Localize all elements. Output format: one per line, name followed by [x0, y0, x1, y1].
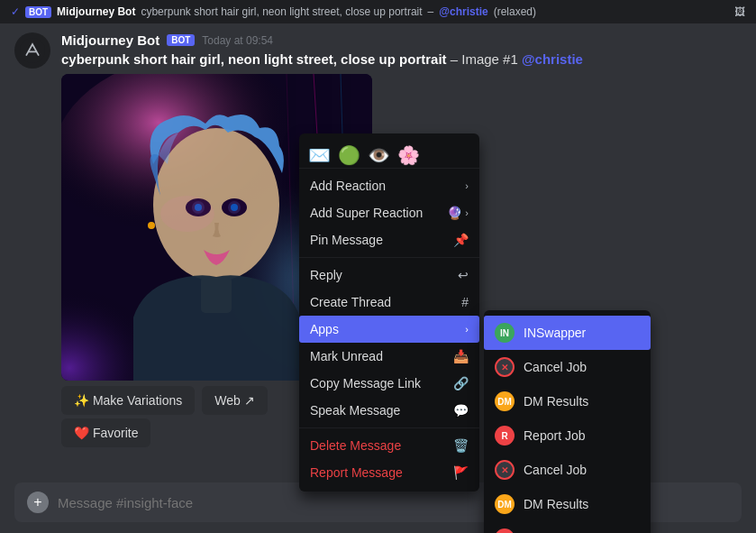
chevron-right-apps-icon: ›: [465, 324, 469, 335]
top-username: Midjourney Bot: [57, 5, 135, 18]
menu-delete-message[interactable]: Delete Message 🗑️: [299, 432, 479, 459]
message-suffix: – Image #1: [451, 51, 522, 67]
submenu-dm-results-2-label: DM Results: [524, 497, 588, 511]
menu-create-thread[interactable]: Create Thread #: [299, 289, 479, 316]
menu-mark-unread[interactable]: Mark Unread 📥: [299, 343, 479, 370]
menu-pin-message[interactable]: Pin Message 📌: [299, 226, 479, 253]
dm-results-avatar-1: DM: [495, 391, 515, 411]
menu-add-reaction[interactable]: Add Reaction ›: [299, 172, 479, 199]
message-header: Midjourney Bot BOT Today at 09:54: [61, 32, 742, 48]
make-variations-button[interactable]: ✨ Make Variations: [61, 386, 195, 415]
top-message: cyberpunk short hair girl, neon light st…: [141, 5, 422, 18]
chevron-right-icon-2: ›: [465, 207, 469, 218]
verified-icon: ✓: [11, 5, 20, 18]
submenu-cancel-job-2-label: Cancel Job: [524, 463, 587, 477]
message-timestamp: Today at 09:54: [202, 34, 273, 47]
image-icon: 🖼: [734, 5, 745, 18]
submenu-dm-results-1-label: DM Results: [524, 394, 588, 409]
message-username: Midjourney Bot: [61, 32, 159, 48]
menu-apps[interactable]: Apps › IN INSwapper ✕ Cancel Job DM DM R…: [299, 316, 479, 343]
message-bot-badge: BOT: [167, 34, 195, 46]
pin-icon: 📌: [453, 233, 469, 247]
top-mention: @christie: [439, 5, 487, 18]
submenu-cancel-job-1[interactable]: ✕ Cancel Job: [484, 350, 651, 384]
message-mention: @christie: [522, 51, 583, 67]
emoji-bar: ✉️ 🟢 👁️ 🌸: [299, 139, 479, 169]
emoji-flower[interactable]: 🌸: [397, 144, 420, 166]
inswapper-avatar: IN: [495, 323, 515, 343]
report-icon: 🚩: [453, 465, 469, 480]
menu-reply[interactable]: Reply ↩: [299, 262, 479, 289]
menu-separator-2: [299, 427, 479, 428]
apps-submenu: IN INSwapper ✕ Cancel Job DM DM Results …: [484, 310, 651, 533]
report-job-avatar-1: R: [495, 426, 515, 446]
svg-point-17: [160, 196, 214, 232]
cancel-job-avatar-1: ✕: [495, 357, 515, 377]
web-button[interactable]: Web ↗: [202, 386, 267, 415]
emoji-green[interactable]: 🟢: [338, 144, 360, 166]
submenu-report-job-1[interactable]: R Report Job: [484, 418, 651, 453]
context-menu: ✉️ 🟢 👁️ 🌸 Add Reaction › Add Super React…: [299, 133, 479, 492]
submenu-report-job-1-label: Report Job: [524, 428, 585, 443]
submenu-cancel-job-1-label: Cancel Job: [524, 360, 587, 374]
delete-icon: 🗑️: [453, 438, 469, 453]
submenu-inswapper[interactable]: IN INSwapper: [484, 316, 651, 350]
link-icon: 🔗: [453, 376, 469, 391]
dm-results-avatar-2: DM: [495, 494, 515, 514]
mark-unread-icon: 📥: [453, 349, 469, 363]
emoji-mail[interactable]: ✉️: [308, 144, 331, 166]
top-bot-badge: BOT: [25, 6, 51, 18]
avatar: [14, 32, 50, 69]
submenu-inswapper-label: INSwapper: [524, 326, 586, 340]
top-separator: –: [428, 5, 434, 18]
svg-point-15: [231, 204, 238, 211]
menu-speak-message[interactable]: Speak Message 💬: [299, 397, 479, 424]
message-body: cyberpunk short hair girl, neon light st…: [61, 51, 742, 67]
favorite-button[interactable]: ❤️ Favorite: [61, 418, 150, 447]
submenu-cancel-job-2[interactable]: ✕ Cancel Job: [484, 453, 651, 487]
menu-copy-message-link[interactable]: Copy Message Link 🔗: [299, 370, 479, 397]
submenu-dm-results-2[interactable]: DM DM Results: [484, 487, 651, 521]
add-attachment-button[interactable]: +: [27, 492, 49, 513]
svg-point-16: [148, 222, 155, 229]
menu-report-message[interactable]: Report Message 🚩: [299, 459, 479, 486]
message-bold: cyberpunk short hair girl, neon light st…: [61, 51, 447, 67]
submenu-report-job-2[interactable]: R Report Job: [484, 521, 651, 533]
chevron-right-icon: ›: [465, 180, 469, 191]
super-reaction-icon: 🔮: [447, 206, 462, 220]
report-job-avatar-2: R: [495, 528, 515, 533]
emoji-eye[interactable]: 👁️: [368, 144, 390, 166]
speak-icon: 💬: [453, 403, 469, 418]
top-status: (relaxed): [494, 5, 536, 18]
thread-icon: #: [461, 295, 469, 309]
menu-add-super-reaction[interactable]: Add Super Reaction 🔮 ›: [299, 199, 479, 226]
svg-point-0: [20, 38, 45, 63]
submenu-dm-results-1[interactable]: DM DM Results: [484, 384, 651, 418]
top-notification-bar: ✓ BOT Midjourney Bot cyberpunk short hai…: [0, 0, 756, 23]
menu-separator-1: [299, 257, 479, 258]
reply-icon: ↩: [458, 268, 469, 282]
cancel-job-avatar-2: ✕: [495, 460, 515, 480]
